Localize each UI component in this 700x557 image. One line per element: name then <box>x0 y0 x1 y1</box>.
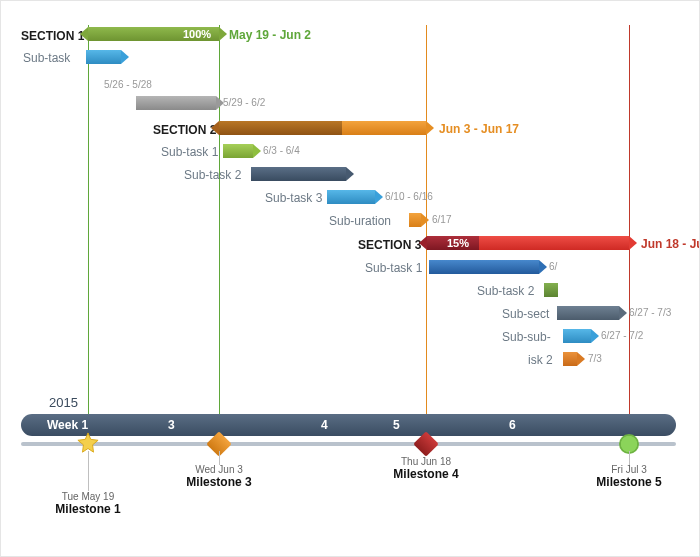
s3-t1-bar[interactable] <box>429 260 539 274</box>
s2-t4-bar[interactable] <box>409 213 421 227</box>
ms1-stick <box>88 451 89 491</box>
s3-t4-bar[interactable] <box>563 329 591 343</box>
axis-year: 2015 <box>49 395 78 410</box>
section3-bar-r[interactable] <box>479 236 629 250</box>
tick-w6: 6 <box>509 414 516 436</box>
milestone4-label: Thu Jun 18 Milestone 4 <box>386 456 466 481</box>
s1-sub-bar[interactable] <box>86 50 121 64</box>
s2-t1-dl: 6/3 - 6/4 <box>263 145 300 156</box>
tick-w3: 3 <box>168 414 175 436</box>
s1-sub-bar-r <box>121 50 129 64</box>
s2-t4-bar-r <box>421 213 429 227</box>
s2-t3-dl: 6/10 - 6/16 <box>385 191 433 202</box>
s1-r3-label: 5/29 - 6/2 <box>223 97 265 108</box>
s2-t2-l: Sub-task 2 <box>184 168 241 182</box>
tick-w5: 5 <box>393 414 400 436</box>
s2-t1-bar-r <box>253 144 261 158</box>
section2-title: SECTION 2 <box>153 123 216 137</box>
tick-w4: 4 <box>321 414 328 436</box>
section2-bar-r[interactable] <box>342 121 426 135</box>
section3-range: Jun 18 - Jul 3 <box>641 237 700 251</box>
s1-r2-label: 5/26 - 5/28 <box>104 79 152 90</box>
s3-t2-l: Sub-task 2 <box>477 284 534 298</box>
s1-sub-label: Sub-task <box>23 51 70 65</box>
s3-t1-bar-r <box>539 260 547 274</box>
s2-t4-dl: 6/17 <box>432 214 451 225</box>
s3-t4-bar-r <box>591 329 599 343</box>
milestone3-date: Wed Jun 3 <box>179 464 259 475</box>
axis-subbar <box>21 442 676 446</box>
milestone1-date: Tue May 19 <box>48 491 128 502</box>
s2-t2-bar-r <box>346 167 354 181</box>
s3-t3-dl: 6/27 - 7/3 <box>629 307 671 318</box>
s3-t5-bar-r <box>577 352 585 366</box>
milestone4-name: Milestone 4 <box>386 467 466 481</box>
section2-bar-l <box>211 121 219 135</box>
s3-t2-bar[interactable] <box>544 283 558 297</box>
milestone4-date: Thu Jun 18 <box>386 456 466 467</box>
s3-t1-l: Sub-task 1 <box>365 261 422 275</box>
section3-pct: 15% <box>447 237 469 249</box>
vline-sec1-start <box>88 25 89 445</box>
s2-t1-l: Sub-task 1 <box>161 145 218 159</box>
svg-marker-0 <box>78 433 98 452</box>
s2-t3-l: Sub-task 3 <box>265 191 322 205</box>
section1-bar-l <box>80 27 88 41</box>
ms5-stick <box>629 451 630 465</box>
ms3-stick <box>219 451 220 465</box>
s2-t1-bar[interactable] <box>223 144 253 158</box>
vline-sec1-end <box>219 25 220 445</box>
axis-bar <box>21 414 676 436</box>
section2-bar-rr <box>426 121 434 135</box>
section2-range: Jun 3 - Jun 17 <box>439 122 519 136</box>
section2-bar-d[interactable] <box>219 121 342 135</box>
vline-sec3-end <box>629 25 630 445</box>
section3-bar-l <box>419 236 427 250</box>
s3-t1-dl: 6/ <box>549 261 557 272</box>
s2-t3-bar[interactable] <box>327 190 375 204</box>
s3-t3-bar-r <box>619 306 627 320</box>
milestone3-name: Milestone 3 <box>179 475 259 489</box>
section1-range: May 19 - Jun 2 <box>229 28 311 42</box>
s3-t3-l: Sub-sect <box>502 307 549 321</box>
s3-t3-bar[interactable] <box>557 306 619 320</box>
section3-title: SECTION 3 <box>358 238 421 252</box>
s3-t4-dl: 6/27 - 7/2 <box>601 330 643 341</box>
s2-t3-bar-r <box>375 190 383 204</box>
s3-t5-bar[interactable] <box>563 352 577 366</box>
s3-t4-l: Sub-sub- <box>502 330 551 344</box>
s3-t5-l: isk 2 <box>528 353 553 367</box>
gantt-chart: { "chart_data": { "type": "bar", "title"… <box>0 0 700 557</box>
vline-sec2-end <box>426 25 427 445</box>
milestone5-label: Fri Jul 3 Milestone 5 <box>589 464 669 489</box>
section1-title: SECTION 1 <box>21 29 84 43</box>
milestone5-date: Fri Jul 3 <box>589 464 669 475</box>
section1-pct: 100% <box>183 28 211 40</box>
s2-t4-l: Sub-uration <box>329 214 391 228</box>
section1-bar-r <box>219 27 227 41</box>
milestone1-label: Tue May 19 Milestone 1 <box>48 491 128 516</box>
milestone3-label: Wed Jun 3 Milestone 3 <box>179 464 259 489</box>
s3-t5-dl: 7/3 <box>588 353 602 364</box>
milestone1-name: Milestone 1 <box>48 502 128 516</box>
s2-t2-bar[interactable] <box>251 167 346 181</box>
section3-bar-rr <box>629 236 637 250</box>
s1-r3-bar[interactable] <box>136 96 216 110</box>
milestone5-name: Milestone 5 <box>589 475 669 489</box>
